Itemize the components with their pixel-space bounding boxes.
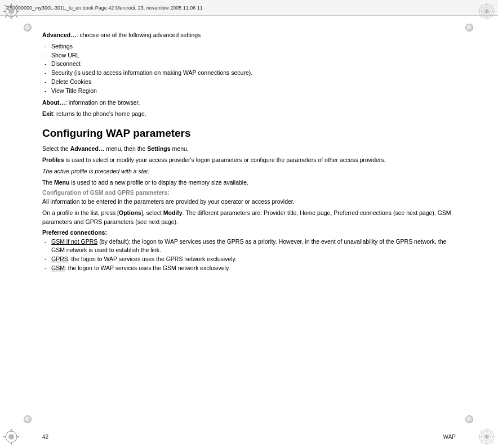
config-heading: Configuration of GSM and GPRS parameters… xyxy=(42,189,456,196)
pref-underline-1: GSM if not GPRS xyxy=(51,238,97,245)
preferred-heading: Preferred connections: xyxy=(42,229,456,236)
about-label: About… xyxy=(42,99,65,106)
list-item-disconnect: Disconnect xyxy=(42,60,456,69)
menu-text-1: The xyxy=(42,179,54,186)
pref-item-gprs: GPRS: the logon to WAP services uses the… xyxy=(42,255,456,264)
corner-decoration-bl xyxy=(2,428,20,446)
settings-menu-label: Settings xyxy=(147,145,170,152)
profiles-text: is used to select or modify your access … xyxy=(64,156,386,163)
profile-options-line: On a profile in the list, press [Options… xyxy=(42,209,456,227)
svg-line-8 xyxy=(16,5,17,7)
page-label: WAP xyxy=(443,434,456,440)
select-text-3: menu. xyxy=(171,145,189,152)
list-item-show-url: Show URL xyxy=(42,51,456,60)
header-text: 250000000_my300L-301L_lu_en.book Page 42… xyxy=(7,5,203,11)
profiles-line: Profiles is used to select or modify you… xyxy=(42,156,456,165)
corner-decoration-tr xyxy=(478,2,496,20)
page-number: 42 xyxy=(42,434,48,440)
inner-corner-tr xyxy=(465,24,474,33)
exit-label: Exit xyxy=(42,110,53,117)
menu-label: Menu xyxy=(54,179,69,186)
page-container: 250000000_my300L-301L_lu_en.book Page 42… xyxy=(0,0,498,448)
italic-profile-text: The active profile is preceded with a st… xyxy=(42,167,456,176)
inner-corner-br xyxy=(465,415,474,424)
about-text: : information on the browser. xyxy=(65,99,140,106)
list-item-delete-cookies: Delete Cookies xyxy=(42,78,456,87)
select-text-1: Select the xyxy=(42,145,70,152)
pref-underline-2: GPRS xyxy=(51,256,68,262)
svg-line-7 xyxy=(16,16,17,17)
pref-underline-3: GSM xyxy=(51,265,65,271)
select-advanced-line: Select the Advanced… menu, then the Sett… xyxy=(42,145,456,154)
about-line: About…: information on the browser. xyxy=(42,98,456,107)
pref-item-gsm: GSM: the logon to WAP services uses the … xyxy=(42,264,456,273)
pref-item-gsm-gprs: GSM if not GPRS (by default): the logon … xyxy=(42,238,456,256)
menu-line: The Menu is used to add a new profile or… xyxy=(42,178,456,187)
header-bar: 250000000_my300L-301L_lu_en.book Page 42… xyxy=(0,0,498,16)
svg-line-6 xyxy=(5,5,7,7)
select-text-2: menu, then the xyxy=(104,145,147,152)
corner-decoration-br xyxy=(478,428,496,446)
profiles-label: Profiles xyxy=(42,156,64,163)
profile-text-2: ], select xyxy=(141,209,163,216)
inner-corner-bl xyxy=(24,415,33,424)
svg-point-1 xyxy=(8,8,14,14)
list-item-security: Security (is used to access information … xyxy=(42,69,456,78)
pref-text-1: (by default): the logon to WAP services … xyxy=(51,238,446,254)
exit-line: Exit: returns to the phone's home page. xyxy=(42,110,456,119)
advanced-label: Advanced… xyxy=(42,32,77,38)
advanced-menu-label: Advanced… xyxy=(70,145,105,152)
section-title: Configuring WAP parameters xyxy=(42,127,456,141)
advanced-intro-line: Advanced…: choose one of the following a… xyxy=(42,31,456,40)
inner-corner-tl xyxy=(24,24,33,33)
pref-text-2: : the logon to WAP services uses the GPR… xyxy=(68,256,237,262)
advanced-section: Advanced…: choose one of the following a… xyxy=(42,31,456,95)
advanced-intro-text: : choose one of the following advanced s… xyxy=(77,32,201,38)
svg-line-9 xyxy=(5,16,7,17)
menu-text-2: is used to add a new profile or to displ… xyxy=(69,179,248,186)
svg-point-19 xyxy=(8,434,14,440)
config-text: All information to be entered in the par… xyxy=(42,198,456,207)
corner-decoration-tl xyxy=(2,2,20,20)
options-label: Options xyxy=(119,209,141,216)
list-item-view-title-region: View Title Region xyxy=(42,87,456,96)
pref-text-3: : the logon to WAP services uses the GSM… xyxy=(65,265,230,271)
modify-label: Modify xyxy=(163,209,183,216)
list-item-settings: Settings xyxy=(42,42,456,51)
content-area: Advanced…: choose one of the following a… xyxy=(42,31,456,414)
exit-text: : returns to the phone's home page. xyxy=(53,110,146,117)
profile-text-1: On a profile in the list, press [ xyxy=(42,209,119,216)
